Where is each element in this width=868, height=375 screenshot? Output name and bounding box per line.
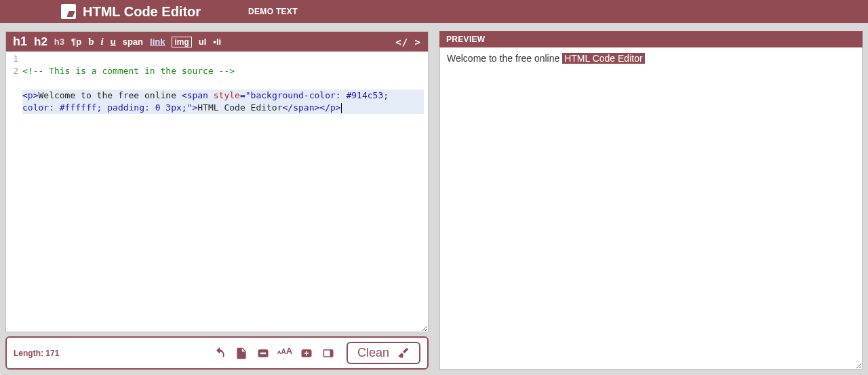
token-attr: style [214,90,240,100]
logo-block: HTML Code Editor [61,4,201,20]
token-text: HTML Code Editor [197,102,282,113]
plus-box-icon[interactable] [299,346,314,361]
preview-header: PREVIEW [439,31,863,47]
compress-icon[interactable] [321,346,336,361]
toolbar-h3[interactable]: h3 [54,37,64,47]
app-title: HTML Code Editor [83,4,201,20]
toolbar-link[interactable]: link [150,37,165,47]
toolbar-close-tag[interactable]: </ > [395,37,421,47]
token-comment: <!-- This is a comment in the source --> [22,66,235,76]
toolbar-h2[interactable]: h2 [34,35,47,49]
token-tag: </span> [283,102,320,113]
code-lines[interactable]: <!-- This is a comment in the source -->… [21,52,428,332]
text-cursor [341,103,342,113]
clean-label: Clean [357,346,389,360]
toolbar-li[interactable]: •li [213,37,221,47]
preview-column: PREVIEW Welcome to the free online HTML … [439,31,863,370]
token-tag: </p> [319,102,340,113]
code-line[interactable]: <!-- This is a comment in the source --> [22,65,424,77]
toolbar-ul[interactable]: ul [199,37,207,47]
preview-body[interactable]: Welcome to the free online HTML Code Edi… [439,47,863,370]
toolbar-bold[interactable]: b [88,36,94,47]
app-header: HTML Code Editor DEMO TEXT [0,0,868,23]
toolbar-span[interactable]: span [123,37,143,47]
gutter: 1 2 [6,52,21,332]
toolbar-italic[interactable]: i [101,36,104,47]
gutter-line: 1 [7,53,18,65]
token-tag: <p> [22,90,38,100]
text-size-icon[interactable]: AAA [277,346,292,361]
editor-panel: h1 h2 h3 ¶p b i u span link img ul •li <… [5,31,429,332]
token-text: Welcome to the free online [38,90,181,100]
preview-text: Welcome to the free online [447,53,562,64]
broom-icon [396,347,410,360]
logo-icon [61,4,76,19]
clean-button[interactable]: Clean [347,342,420,364]
minus-box-icon[interactable] [256,346,271,361]
toolbar-underline[interactable]: u [111,37,116,47]
toolbar-h1[interactable]: h1 [13,35,27,49]
token-tag: <span [182,90,208,100]
new-file-icon[interactable] [234,346,249,361]
workspace: h1 h2 h3 ¶p b i u span link img ul •li <… [0,23,868,375]
editor-column: h1 h2 h3 ¶p b i u span link img ul •li <… [5,31,429,370]
editor-toolbar: h1 h2 h3 ¶p b i u span link img ul •li <… [6,32,428,52]
preview-badge: HTML Code Editor [562,53,644,64]
code-line[interactable]: <p>Welcome to the free online <span styl… [22,90,424,114]
length-label: Length: 171 [14,349,59,358]
svg-rect-1 [260,352,266,354]
code-editor[interactable]: 1 2 <!-- This is a comment in the source… [6,52,428,332]
toolbar-paragraph[interactable]: ¶p [71,37,81,47]
gutter-line: 2 [7,65,18,77]
demo-text-link[interactable]: DEMO TEXT [248,7,298,16]
undo-icon[interactable] [212,346,227,361]
editor-footer: Length: 171 AAA Clean [5,336,429,370]
toolbar-img[interactable]: img [172,37,191,47]
